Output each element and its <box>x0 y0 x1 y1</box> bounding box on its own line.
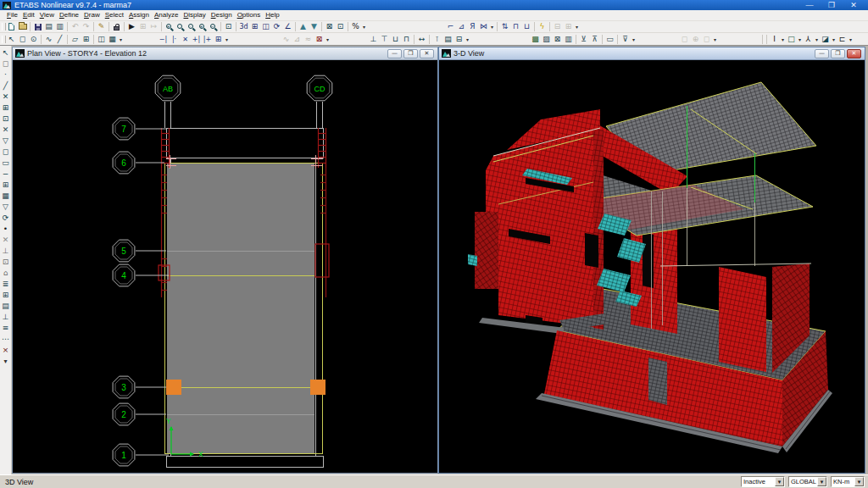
rubber-band-zoom-icon[interactable]: + <box>164 21 175 32</box>
draw-Y-section-icon[interactable]: ⅄ <box>803 34 814 45</box>
show-undeformed-icon[interactable]: ∿ <box>281 34 292 45</box>
move-down-in-list-icon[interactable]: ▼ <box>309 21 320 32</box>
stage-box-icon[interactable]: ◻ <box>701 34 712 45</box>
plan-close-button[interactable]: ✕ <box>420 49 434 58</box>
assign-wall-sections-icon[interactable]: ▤ <box>442 34 453 45</box>
set-view-options-icon[interactable]: ⊡ <box>335 21 346 32</box>
side-draw-joint-icon[interactable]: · <box>0 69 11 80</box>
view3d-minimize-button[interactable]: — <box>815 49 829 58</box>
menu-assign[interactable]: Assign <box>126 10 152 20</box>
plan-view-window[interactable]: Plan View - STORY4 - Elevation 12 — ❐ ✕ <box>12 47 438 474</box>
side-grid-c-icon[interactable]: ⊞ <box>0 290 11 301</box>
plan-view-canvas[interactable]: ABCD7654321 X Y <box>13 60 437 473</box>
toolbar-dropdown-arrow-icon[interactable]: ▾ <box>224 34 230 45</box>
print-graphics-icon[interactable]: ▤ <box>43 21 54 32</box>
stage-plus-icon[interactable]: ⊕ <box>690 34 701 45</box>
object-shrink-toggle-icon[interactable]: ⊠ <box>324 21 335 32</box>
draw-square-section-icon[interactable]: □ <box>786 34 797 45</box>
side-close-x-icon[interactable]: × <box>0 345 11 356</box>
menu-display[interactable]: Display <box>181 10 208 20</box>
reshape-object-icon[interactable]: ⇅ <box>499 21 510 32</box>
side-quick-line-icon[interactable]: ✕ <box>0 92 11 103</box>
lock-model-icon[interactable] <box>111 21 122 32</box>
show-output-icon[interactable]: ⊠ <box>314 34 325 45</box>
toolbar-dropdown-arrow-icon[interactable]: ▾ <box>574 21 580 32</box>
side-home-icon[interactable]: ⌂ <box>0 268 11 279</box>
check-model-icon[interactable]: ⊽ <box>620 34 631 45</box>
draw-area-icon[interactable]: ◫ <box>96 34 107 45</box>
side-select-window-icon[interactable]: ◻ <box>0 58 11 69</box>
side-table-icon[interactable]: ▤ <box>0 301 11 312</box>
show-percent-icon[interactable]: % <box>350 21 361 32</box>
unlock-stage-icon[interactable]: ◻ <box>679 34 690 45</box>
menu-view[interactable]: View <box>37 10 57 20</box>
coord-system-arrow-icon[interactable]: ▼ <box>817 477 826 486</box>
assign-joint-icon[interactable]: ⊥ <box>368 34 379 45</box>
menu-draw[interactable]: Draw <box>81 10 103 20</box>
move-up-in-list-icon[interactable]: ▲ <box>298 21 309 32</box>
zoom-in-one-step-icon[interactable]: + <box>197 21 208 32</box>
side-hash-icon[interactable]: ≣ <box>0 279 11 290</box>
snap-intersection-icon[interactable]: ✕ <box>180 34 191 45</box>
show-sections-icon[interactable]: ▥ <box>563 34 574 45</box>
show-joints-icon[interactable]: ▨ <box>541 34 552 45</box>
maximize-button[interactable]: ❐ <box>826 0 837 10</box>
snap-grid-icon[interactable]: ⊞ <box>213 34 224 45</box>
3d-view-icon[interactable]: 3d <box>238 21 249 32</box>
plan-restore-button[interactable]: ❐ <box>403 49 418 58</box>
menu-help[interactable]: Help <box>263 10 281 20</box>
side-rotate-icon[interactable]: ⟳ <box>0 213 11 224</box>
side-support-icon[interactable]: ⊥ <box>0 312 11 323</box>
side-more-icon[interactable]: ⋯ <box>0 334 11 345</box>
redo-icon[interactable]: ↷ <box>81 21 92 32</box>
rotate-3d-view-icon[interactable]: ⟳ <box>271 21 282 32</box>
toolbar-dropdown-arrow-icon[interactable]: ▾ <box>631 34 637 45</box>
select-poly-mode-icon[interactable]: ⊿ <box>456 21 467 32</box>
assign-slab-sections-icon[interactable]: ⊟ <box>453 34 465 45</box>
menu-select[interactable]: Select <box>103 10 126 20</box>
side-dd-icon[interactable]: ▾ <box>0 356 11 367</box>
side-meas-b-icon[interactable]: ⊡ <box>0 257 11 268</box>
toolbar-dropdown-arrow-icon[interactable]: ▾ <box>361 21 367 32</box>
pointer-select-icon[interactable]: ↖ <box>6 34 17 45</box>
run-sequence-icon[interactable]: ⊞ <box>137 21 148 32</box>
show-loads-1-icon[interactable]: ⊻ <box>578 34 589 45</box>
assign-frame-sections-icon[interactable]: ⊺ <box>431 34 442 45</box>
menu-define[interactable]: Define <box>57 10 81 20</box>
view3d-canvas[interactable] <box>439 60 865 473</box>
toolbar-grip[interactable] <box>0 21 6 32</box>
menu-file[interactable]: File <box>4 10 20 20</box>
assign-load-icon[interactable]: ⊓ <box>401 34 412 45</box>
side-draw-ref-icon[interactable]: − <box>0 169 11 180</box>
toolbar-dropdown-arrow-icon[interactable]: ▾ <box>780 34 786 45</box>
select-group-mode-icon[interactable]: ⋈ <box>478 21 489 32</box>
toolbar-dropdown-arrow-icon[interactable]: ▾ <box>325 34 331 45</box>
toolbar-dropdown-arrow-icon[interactable]: ▾ <box>712 34 718 45</box>
assign-frame-icon[interactable]: ⊤ <box>379 34 390 45</box>
snap-ends-icon[interactable]: −| <box>158 34 169 45</box>
snap-middle-icon[interactable]: |· <box>169 34 180 45</box>
toolbar-dropdown-arrow-icon[interactable]: ▾ <box>118 34 124 45</box>
quick-draw-frame-icon[interactable]: ▱ <box>70 34 81 45</box>
toolbar-dropdown-arrow-icon[interactable]: ▾ <box>848 34 854 45</box>
undo-icon[interactable]: ↶ <box>70 21 81 32</box>
side-rect-area-icon[interactable]: ◻ <box>0 147 11 158</box>
quick-draw-area-icon[interactable]: ▦ <box>107 34 118 45</box>
units-arrow-icon[interactable]: ▼ <box>854 477 864 486</box>
save-model-icon[interactable] <box>32 21 43 32</box>
snap-to-grid-icon[interactable]: ⊓ <box>510 21 521 32</box>
side-grid-a-icon[interactable]: ⊞ <box>0 180 11 191</box>
side-draw-area-icon[interactable]: ▽ <box>0 136 11 147</box>
side-dot-icon[interactable]: • <box>0 224 11 235</box>
side-grid-b-icon[interactable]: ▦ <box>0 191 11 202</box>
close-button[interactable]: ✕ <box>849 0 859 10</box>
toolbar-dropdown-arrow-icon[interactable]: ▾ <box>814 34 820 45</box>
draw-frame-icon[interactable]: ╱ <box>54 34 65 45</box>
snap-perpendicular-icon[interactable]: +| <box>191 34 202 45</box>
show-forces-icon[interactable]: ≈ <box>303 34 314 45</box>
similar-stories-combo[interactable]: Inactive ▼ <box>741 476 785 487</box>
side-cut-x-icon[interactable]: ✕ <box>0 235 11 246</box>
menu-design[interactable]: Design <box>209 10 235 20</box>
view3d-title-bar[interactable]: 3-D View — ❐ ✕ <box>439 47 865 60</box>
side-pointer-icon[interactable]: ↖ <box>0 47 11 58</box>
